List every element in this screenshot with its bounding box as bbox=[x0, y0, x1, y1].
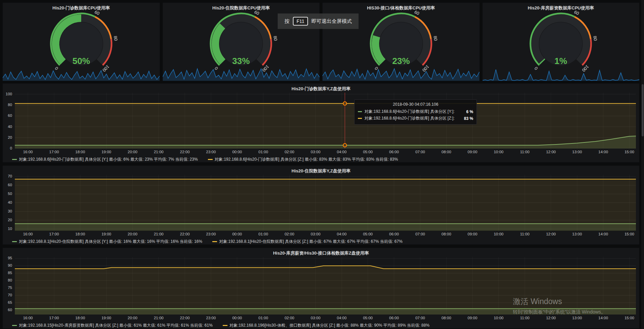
gauge-scale-label: 80 bbox=[432, 35, 438, 41]
chart-plot-area[interactable] bbox=[15, 257, 636, 315]
x-axis-label: 12:00 bbox=[546, 150, 556, 154]
chart-plot-area[interactable] bbox=[15, 175, 636, 231]
x-axis-label: 18:00 bbox=[75, 232, 85, 236]
x-axis-label: 10:00 bbox=[494, 232, 503, 236]
y-axis-label: 30 bbox=[8, 209, 12, 213]
panel-title[interactable]: His20-门诊数据库Y,Z盘使用率 bbox=[3, 84, 639, 93]
x-axis-label: 04:00 bbox=[337, 150, 347, 154]
x-axis-label: 18:00 bbox=[75, 150, 85, 154]
chart-plot-area[interactable]: 2018-09-30 04:07:16.106 对象:192.168.8.6[H… bbox=[15, 93, 636, 149]
timeseries-panel-kufang-disk: His20-库房薪资/His30-接口体检数据库Z盘使用率 6065707580… bbox=[3, 248, 639, 328]
x-axis-label: 11:00 bbox=[520, 232, 529, 236]
legend-text: 对象:192.168.8.1[His20-住院数据库] 具体分区 [Z:] 最小… bbox=[219, 239, 402, 244]
legend-item[interactable]: 对象:192.168.8.1[His20-住院数据库] 具体分区 [Y:] 最小… bbox=[12, 239, 202, 244]
series-color-dash bbox=[212, 241, 217, 242]
gauge-scale-label: 60 bbox=[573, 11, 580, 16]
x-axis-label: 22:00 bbox=[180, 316, 190, 320]
x-axis-label: 07:00 bbox=[415, 232, 425, 236]
x-axis-label: 17:00 bbox=[49, 150, 59, 154]
legend-item[interactable]: 对象:192.168.8.15[His20-库房薪资数据库] 具体分区 [Z:]… bbox=[12, 323, 213, 328]
x-axis-label: 13:00 bbox=[572, 150, 582, 154]
x-axis-label: 16:00 bbox=[23, 316, 33, 320]
x-axis-label: 02:00 bbox=[284, 150, 294, 154]
x-axis-label: 13:00 bbox=[572, 316, 582, 320]
x-axis-label: 03:00 bbox=[311, 232, 320, 236]
legend-item[interactable]: 对象:192.168.8.1[His20-住院数据库] 具体分区 [Z:] 最小… bbox=[212, 239, 402, 244]
x-axis-label: 13:00 bbox=[572, 232, 582, 236]
x-axis-label: 05:00 bbox=[363, 232, 373, 236]
x-axis-label: 08:00 bbox=[441, 232, 451, 236]
series-color-dash bbox=[12, 159, 17, 160]
y-axis-label: 65 bbox=[8, 300, 12, 304]
timeseries-panel-zhuyuan-disk: His20-住院数据库Y,Z盘使用率 10203040506070 16:001… bbox=[3, 166, 639, 244]
y-axis-label: 50 bbox=[8, 192, 12, 196]
y-axis-label: 60 bbox=[8, 183, 12, 187]
panel-title[interactable]: His20-库房薪资/His30-接口体检数据库Z盘使用率 bbox=[3, 248, 639, 257]
y-axis-label: 80 bbox=[8, 103, 12, 107]
tooltip-value: 6 % bbox=[464, 109, 473, 114]
x-axis-label: 05:00 bbox=[363, 316, 373, 320]
x-axis-label: 14:00 bbox=[599, 316, 608, 320]
x-axis-label: 22:00 bbox=[180, 232, 190, 236]
tooltip-row: 对象:192.168.8.6[His20-门诊数据库] 具体分区 [Y:]: 6… bbox=[358, 109, 473, 114]
panel-title[interactable]: His20-门诊数据库CPU使用率 bbox=[3, 3, 160, 12]
series-color-dash bbox=[208, 159, 213, 160]
x-axis-label: 11:00 bbox=[520, 316, 529, 320]
y-axis-label: 70 bbox=[8, 293, 12, 297]
cpu-sparkline bbox=[3, 65, 160, 81]
gauge-panel-kufang-cpu: His20-库房薪资数据库CPU使用率 060801001% bbox=[483, 3, 640, 81]
fullscreen-exit-toast: 按 F11 即可退出全屏模式 bbox=[278, 13, 359, 29]
x-axis-label: 15:00 bbox=[624, 150, 634, 154]
x-axis-label: 14:00 bbox=[599, 232, 608, 236]
legend-text: 对象:192.168.8.1[His20-住院数据库] 具体分区 [Y:] 最小… bbox=[19, 239, 202, 244]
x-axis-label: 07:00 bbox=[415, 150, 425, 154]
y-axis-label: 70 bbox=[8, 174, 12, 178]
legend-item[interactable]: 对象:192.168.8.6[His20-门诊数据库] 具体分区 [Y:] 最小… bbox=[12, 157, 198, 162]
toast-suffix: 即可退出全屏模式 bbox=[311, 18, 352, 25]
gauge-panel-menzhen-cpu: His20-门诊数据库CPU使用率 0608010050% bbox=[3, 3, 160, 81]
x-axis-label: 08:00 bbox=[441, 150, 451, 154]
gauge-scale-label: 60 bbox=[253, 11, 260, 16]
x-axis-label: 06:00 bbox=[389, 316, 399, 320]
chart-legend: 对象:192.168.8.15[His20-库房薪资数据库] 具体分区 [Z:]… bbox=[3, 321, 639, 328]
y-axis-label: 85 bbox=[8, 271, 12, 275]
x-axis-label: 04:00 bbox=[337, 232, 347, 236]
x-axis-label: 15:00 bbox=[624, 316, 634, 320]
legend-text: 对象:192.168.8.6[His20-门诊数据库] 具体分区 [Y:] 最小… bbox=[19, 157, 198, 162]
y-axis-label: 90 bbox=[8, 263, 12, 267]
legend-text: 对象:192.168.8.6[His20-门诊数据库] 具体分区 [Z:] 最小… bbox=[215, 157, 398, 162]
x-axis-label: 17:00 bbox=[49, 316, 59, 320]
legend-text: 对象:192.168.8.196[His30-体检、接口数据库] 具体分区 [Z… bbox=[229, 323, 430, 328]
tooltip-label: 对象:192.168.8.6[His20-门诊数据库] 具体分区 [Z:]: bbox=[364, 116, 454, 121]
y-axis-label: 40 bbox=[8, 200, 12, 204]
x-axis-label: 09:00 bbox=[468, 150, 478, 154]
toast-prefix: 按 bbox=[284, 18, 289, 25]
panel-title[interactable]: His20-住院数据库Y,Z盘使用率 bbox=[3, 166, 639, 175]
scrollbar-track[interactable] bbox=[641, 0, 644, 329]
legend-item[interactable]: 对象:192.168.8.6[His20-门诊数据库] 具体分区 [Z:] 最小… bbox=[208, 157, 398, 162]
x-axis-label: 17:00 bbox=[49, 232, 59, 236]
y-axis-label: 60 bbox=[8, 113, 12, 118]
x-axis-label: 05:00 bbox=[363, 150, 373, 154]
x-axis-label: 10:00 bbox=[494, 316, 503, 320]
gauge-scale-label: 60 bbox=[413, 11, 420, 16]
tooltip-label: 对象:192.168.8.6[His20-门诊数据库] 具体分区 [Y:]: bbox=[364, 109, 454, 114]
legend-item[interactable]: 对象:192.168.8.196[His30-体检、接口数据库] 具体分区 [Z… bbox=[223, 323, 430, 328]
x-axis-label: 20:00 bbox=[128, 316, 137, 320]
panel-title[interactable]: HIS30-接口/体检数据库CPU使用率 bbox=[323, 3, 480, 12]
panel-title[interactable]: His20-住院数据库CPU使用率 bbox=[163, 3, 320, 12]
gauge-scale-label: 60 bbox=[94, 11, 100, 16]
x-axis-label: 02:00 bbox=[284, 232, 294, 236]
y-axis-label: 60 bbox=[8, 308, 12, 312]
x-axis-label: 00:00 bbox=[232, 232, 242, 236]
panel-title[interactable]: His20-库房薪资数据库CPU使用率 bbox=[483, 3, 640, 12]
gauge-scale-label: 80 bbox=[592, 35, 598, 41]
series-color-dash bbox=[223, 325, 227, 326]
x-axis-label: 02:00 bbox=[284, 316, 294, 320]
y-axis-label: 10 bbox=[8, 227, 12, 231]
x-axis-label: 23:00 bbox=[206, 150, 216, 154]
timeseries-panel-menzhen-disk: His20-门诊数据库Y,Z盘使用率 020406080100 2018-09-… bbox=[3, 84, 639, 162]
x-axis-label: 19:00 bbox=[101, 232, 111, 236]
x-axis-label: 21:00 bbox=[154, 316, 163, 320]
scrollbar-thumb[interactable] bbox=[642, 84, 644, 136]
